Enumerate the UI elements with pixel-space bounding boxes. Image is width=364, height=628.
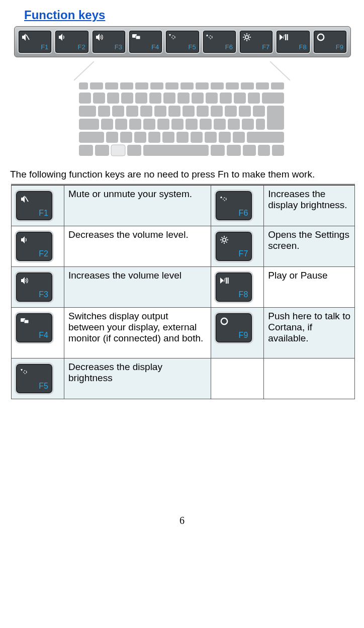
svg-rect-26 <box>165 82 178 89</box>
svg-rect-74 <box>256 119 265 130</box>
key-desc-f3: Increases the volume level <box>64 267 211 308</box>
svg-rect-69 <box>186 119 198 130</box>
svg-rect-80 <box>162 132 174 143</box>
svg-rect-65 <box>129 119 141 130</box>
svg-rect-34 <box>79 93 91 104</box>
svg-rect-38 <box>135 93 147 104</box>
key-label: F8 <box>239 290 248 299</box>
svg-rect-84 <box>219 132 231 143</box>
svg-rect-61 <box>267 106 284 130</box>
key-desc-f7: Opens the Settings screen. <box>264 226 355 267</box>
svg-rect-60 <box>253 106 265 117</box>
key-label: F1 <box>39 209 48 218</box>
svg-rect-47 <box>262 93 284 104</box>
svg-rect-83 <box>205 132 217 143</box>
fkey-f5: F5 <box>165 30 200 54</box>
settings-icon <box>219 235 232 246</box>
svg-rect-95 <box>258 145 270 156</box>
key-label: F9 <box>239 331 248 340</box>
svg-rect-57 <box>211 106 223 117</box>
svg-rect-27 <box>180 82 194 89</box>
key-f7: F7 <box>214 230 253 262</box>
function-key-bar: F1 F2 F3 F4 F5 F6 F7 F8 F9 <box>14 26 351 57</box>
svg-rect-49 <box>98 106 110 117</box>
volume-up-icon <box>20 276 33 287</box>
key-f8: F8 <box>214 271 253 303</box>
mute-icon <box>21 33 30 42</box>
display-switch-icon <box>20 316 33 327</box>
key-label: F5 <box>39 382 48 391</box>
brightness-down-icon <box>168 33 177 42</box>
volume-down-icon <box>20 235 33 246</box>
svg-rect-90 <box>127 145 141 156</box>
svg-rect-70 <box>200 119 212 130</box>
play-pause-icon <box>279 33 288 42</box>
svg-rect-94 <box>243 145 256 156</box>
svg-rect-88 <box>95 145 109 156</box>
fkey-f9: F9 <box>313 30 347 54</box>
svg-rect-35 <box>93 93 105 104</box>
key-desc-f4: Switches display output between your dis… <box>64 308 211 358</box>
svg-rect-40 <box>163 93 175 104</box>
svg-rect-73 <box>242 119 254 130</box>
mute-icon <box>20 194 33 205</box>
fkey-f6: F6 <box>202 30 237 54</box>
fkey-label: F3 <box>115 43 122 51</box>
svg-rect-91 <box>143 145 209 156</box>
key-desc-f1: Mute or unmute your system. <box>64 185 211 226</box>
svg-rect-52 <box>140 106 152 117</box>
cortana-icon <box>219 316 232 327</box>
svg-rect-53 <box>154 106 166 117</box>
key-desc-f2: Decreases the volume level. <box>64 226 211 267</box>
fkey-label: F9 <box>336 43 343 51</box>
svg-rect-64 <box>115 119 127 130</box>
fkey-f3: F3 <box>92 30 126 54</box>
volume-down-icon <box>58 33 67 42</box>
svg-rect-63 <box>101 119 113 130</box>
fkey-label: F5 <box>188 43 196 51</box>
svg-rect-30 <box>226 82 239 89</box>
svg-rect-25 <box>150 82 163 89</box>
key-label: F4 <box>39 331 48 340</box>
svg-rect-85 <box>233 132 245 143</box>
key-f1: F1 <box>15 190 54 222</box>
svg-rect-66 <box>143 119 155 130</box>
fkey-f7: F7 <box>239 30 274 54</box>
fkey-f4: F4 <box>128 30 163 54</box>
key-f6: F6 <box>214 190 253 222</box>
key-desc-f5: Decreases the display brightness <box>64 358 211 399</box>
fkey-f2: F2 <box>54 30 89 54</box>
key-desc-f9: Push here to talk to Cortana, if availab… <box>264 308 355 358</box>
svg-rect-37 <box>121 93 133 104</box>
svg-rect-48 <box>79 106 96 117</box>
svg-rect-43 <box>206 93 218 104</box>
fkey-label: F8 <box>299 43 306 51</box>
key-label: F7 <box>239 249 248 258</box>
intro-text: The following function keys are no need … <box>10 169 354 180</box>
section-heading: Function keys <box>24 8 354 22</box>
svg-rect-79 <box>148 132 160 143</box>
svg-rect-67 <box>157 119 169 130</box>
display-switch-icon <box>132 33 141 42</box>
svg-rect-81 <box>176 132 189 143</box>
svg-rect-36 <box>107 93 119 104</box>
key-f3: F3 <box>15 271 54 303</box>
fkey-label: F6 <box>225 43 233 51</box>
key-f4: F4 <box>15 312 54 344</box>
page-number: 6 <box>10 515 354 526</box>
svg-rect-87 <box>79 145 93 156</box>
brightness-up-icon <box>219 194 232 205</box>
svg-rect-42 <box>192 93 204 104</box>
svg-rect-28 <box>196 82 209 89</box>
svg-rect-92 <box>211 145 225 156</box>
svg-rect-39 <box>149 93 161 104</box>
svg-rect-58 <box>225 106 237 117</box>
svg-rect-44 <box>220 93 232 104</box>
svg-rect-46 <box>248 93 260 104</box>
svg-rect-32 <box>256 82 269 89</box>
cortana-icon <box>316 33 325 42</box>
fkey-label: F7 <box>262 43 269 51</box>
svg-rect-23 <box>120 82 133 89</box>
brightness-down-icon <box>20 367 33 378</box>
svg-rect-59 <box>239 106 251 117</box>
